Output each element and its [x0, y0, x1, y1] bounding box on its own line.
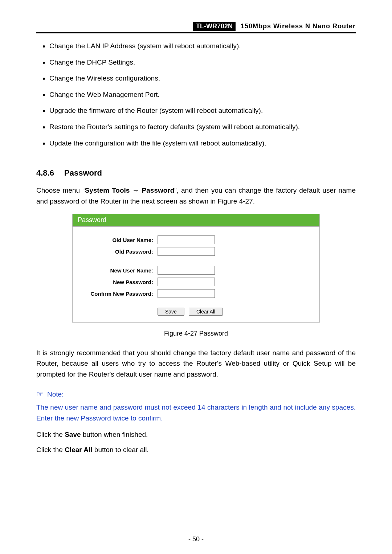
menu-system-tools: System Tools	[85, 186, 130, 194]
intro-paragraph: Choose menu “System Tools → Password”, a…	[36, 185, 356, 206]
text-fragment: Click the	[36, 446, 65, 454]
page-number: - 50 -	[36, 521, 356, 543]
label-old-user: Old User Name:	[77, 237, 158, 243]
password-panel: Password Old User Name: Old Password: Ne…	[72, 214, 320, 323]
list-item: Update the configuration with the file (…	[49, 139, 356, 148]
hand-point-icon: ☞	[36, 390, 44, 399]
arrow-icon: →	[130, 186, 142, 194]
list-item: Change the Web Management Port.	[49, 90, 356, 100]
section-number: 4.8.6	[36, 168, 54, 178]
header-model: TL-WR702N	[193, 22, 236, 31]
note-body: The new user name and password must not …	[36, 402, 356, 423]
save-instruction: Click the Save button when finished.	[36, 429, 356, 440]
note-label: Note:	[47, 390, 64, 398]
label-new-password: New Password:	[77, 279, 158, 285]
header-title: 150Mbps Wireless N Nano Router	[241, 22, 356, 30]
clear-instruction: Click the Clear All button to clear all.	[36, 444, 356, 455]
list-item: Change the DHCP Settings.	[49, 58, 356, 67]
clear-all-button[interactable]: Clear All	[189, 308, 223, 316]
new-user-name-input[interactable]	[158, 266, 215, 275]
intro-prefix: Choose menu “	[36, 186, 85, 194]
text-fragment: button to clear all.	[93, 446, 149, 454]
panel-title: Password	[73, 214, 319, 227]
list-item: Change the LAN IP Address (system will r…	[49, 41, 356, 51]
label-confirm-password: Confirm New Password:	[77, 291, 158, 297]
list-item: Upgrade the firmware of the Router (syst…	[49, 106, 356, 116]
figure-caption: Figure 4-27 Password	[36, 330, 356, 337]
menu-password: Password	[142, 186, 175, 194]
change-list: Change the LAN IP Address (system will r…	[49, 41, 356, 155]
page-header: TL-WR702N 150Mbps Wireless N Nano Router	[36, 22, 356, 33]
old-password-input[interactable]	[158, 247, 215, 256]
list-item: Change the Wireless configurations.	[49, 74, 356, 83]
text-fragment: Click the	[36, 431, 65, 438]
recommend-paragraph: It is strongly recommended that you shou…	[36, 348, 356, 379]
note-heading: ☞ Note:	[36, 390, 356, 399]
label-old-password: Old Password:	[77, 249, 158, 255]
clear-all-word: Clear All	[65, 446, 92, 454]
section-title: Password	[64, 168, 102, 177]
confirm-password-input[interactable]	[158, 289, 215, 298]
section-heading: 4.8.6 Password	[36, 168, 356, 178]
save-button[interactable]: Save	[158, 308, 184, 316]
text-fragment: button when finished.	[81, 431, 148, 438]
label-new-user: New User Name:	[77, 267, 158, 274]
new-password-input[interactable]	[158, 278, 215, 286]
list-item: Restore the Router's settings to factory…	[49, 122, 356, 132]
old-user-name-input[interactable]	[158, 235, 215, 244]
save-word: Save	[65, 431, 81, 438]
